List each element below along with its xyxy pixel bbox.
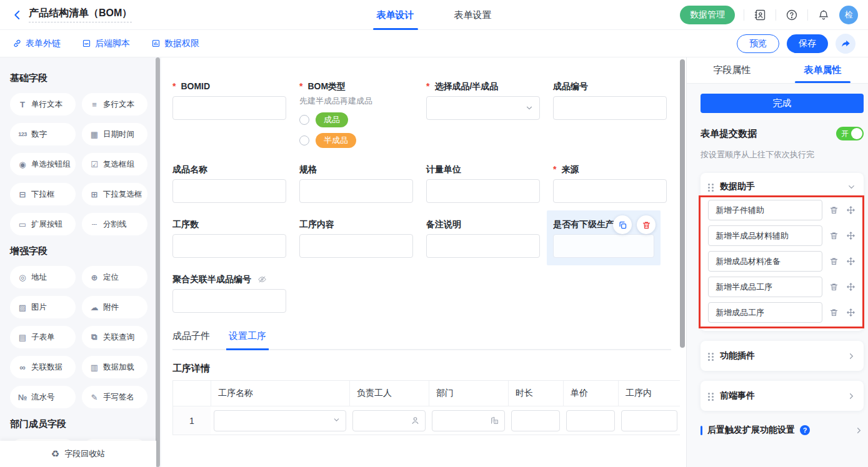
contacts-icon[interactable] bbox=[753, 8, 767, 22]
process-name-select[interactable] bbox=[214, 410, 346, 431]
drag-handle-icon[interactable] bbox=[708, 392, 714, 400]
data-helper-item-field[interactable]: 新增半成品材料辅助 bbox=[708, 225, 822, 246]
product-name-input[interactable] bbox=[172, 179, 286, 203]
process-count-input[interactable] bbox=[172, 234, 286, 258]
data-helper-item-field[interactable]: 新增成品工序 bbox=[708, 302, 822, 323]
field-pill-datetime[interactable]: ▦日期时间 bbox=[82, 123, 147, 145]
product-no-input[interactable] bbox=[553, 96, 667, 120]
field-bom-type[interactable]: BOM类型 先建半成品再建成品 成品 半成品 bbox=[299, 80, 413, 148]
process-content-cell-input[interactable] bbox=[621, 410, 677, 431]
share-button[interactable] bbox=[836, 34, 856, 54]
field-pill-address[interactable]: ◎地址 bbox=[10, 266, 76, 288]
field-bomid[interactable]: BOMID bbox=[172, 80, 286, 120]
field-pill-serial-number[interactable]: №流水号 bbox=[10, 386, 76, 408]
select-product-dropdown[interactable] bbox=[426, 96, 540, 120]
data-helper-header[interactable]: 数据助手 bbox=[708, 181, 856, 192]
canvas-scrollbar[interactable] bbox=[680, 59, 685, 348]
data-manage-button[interactable]: 数据管理 bbox=[680, 6, 735, 24]
department-picker-input[interactable] bbox=[432, 410, 505, 431]
data-helper-item-field[interactable]: 新增成品材料准备 bbox=[708, 251, 822, 272]
delete-helper-icon[interactable] bbox=[828, 256, 839, 267]
field-pill-multi-line-text[interactable]: ≡多行文本 bbox=[82, 93, 147, 116]
process-content-input[interactable] bbox=[299, 234, 413, 258]
field-pill-relation-data[interactable]: ∞关联数据 bbox=[10, 356, 76, 378]
field-source[interactable]: 来源 bbox=[553, 163, 667, 203]
data-helper-item-field[interactable]: 新增半成品工序 bbox=[708, 277, 822, 297]
tab-form-properties[interactable]: 表单属性 bbox=[777, 57, 868, 83]
help-question-icon[interactable]: ? bbox=[800, 425, 810, 435]
submit-data-toggle[interactable]: 开 bbox=[836, 127, 864, 140]
field-pill-number[interactable]: 123数字 bbox=[10, 123, 76, 145]
field-pill-select[interactable]: ⊟下拉框 bbox=[10, 183, 76, 205]
plugin-section-card[interactable]: 功能插件 bbox=[701, 341, 864, 371]
radio-finished[interactable] bbox=[299, 115, 309, 125]
copy-field-button[interactable] bbox=[613, 215, 632, 234]
preview-button[interactable]: 预览 bbox=[737, 34, 779, 53]
spec-input[interactable] bbox=[299, 179, 413, 203]
field-pill-subform[interactable]: ▤子表单 bbox=[10, 326, 76, 348]
delete-helper-icon[interactable] bbox=[828, 307, 839, 318]
move-helper-icon[interactable] bbox=[845, 282, 856, 293]
field-process-content[interactable]: 工序内容 bbox=[299, 218, 413, 258]
drag-handle-icon[interactable] bbox=[708, 183, 714, 191]
field-has-sub-plan-selected[interactable]: 是否有下级生产计 bbox=[547, 210, 661, 265]
field-unit[interactable]: 计量单位 bbox=[426, 163, 540, 203]
field-spec[interactable]: 规格 bbox=[299, 163, 413, 203]
frontend-event-section-card[interactable]: 前端事件 bbox=[701, 381, 864, 411]
field-pill-single-line-text[interactable]: T单行文本 bbox=[10, 93, 76, 116]
radio-semi-finished[interactable] bbox=[299, 135, 309, 145]
field-pill-signature[interactable]: ✎手写签名 bbox=[82, 386, 147, 408]
data-permission-button[interactable]: 数据权限 bbox=[151, 38, 199, 49]
tab-set-process[interactable]: 设置工序 bbox=[229, 330, 266, 349]
field-process-count[interactable]: 工序数 bbox=[172, 218, 286, 258]
done-button[interactable]: 完成 bbox=[701, 94, 864, 113]
move-helper-icon[interactable] bbox=[845, 230, 856, 242]
field-pill-divider[interactable]: ┄分割线 bbox=[82, 213, 147, 235]
backend-script-button[interactable]: 后端脚本 bbox=[82, 38, 130, 49]
tab-product-children[interactable]: 成品子件 bbox=[172, 330, 210, 349]
field-pill-relation-query[interactable]: ⧉关联查询 bbox=[82, 326, 147, 348]
field-pill-data-load[interactable]: ▥数据加载 bbox=[82, 356, 147, 378]
field-pill-multi-select[interactable]: ⊞下拉复选框 bbox=[82, 183, 147, 205]
chevron-down-icon[interactable] bbox=[847, 182, 856, 192]
form-external-link-button[interactable]: 表单外链 bbox=[12, 38, 61, 49]
field-recycle-bin-button[interactable]: ♻ 字段回收站 bbox=[0, 441, 156, 467]
delete-helper-icon[interactable] bbox=[828, 282, 839, 293]
unit-input[interactable] bbox=[426, 179, 540, 203]
source-input[interactable] bbox=[553, 179, 667, 203]
save-button[interactable]: 保存 bbox=[787, 34, 828, 53]
field-pill-image[interactable]: ▨图片 bbox=[10, 296, 76, 318]
delete-field-button[interactable] bbox=[637, 215, 656, 234]
field-product-name[interactable]: 成品名称 bbox=[172, 163, 286, 203]
field-pill-checkbox-group[interactable]: ☑复选框组 bbox=[82, 153, 147, 175]
move-helper-icon[interactable] bbox=[845, 307, 856, 318]
unit-price-input[interactable] bbox=[566, 410, 615, 431]
notification-bell-icon[interactable] bbox=[817, 8, 831, 22]
move-helper-icon[interactable] bbox=[845, 256, 856, 267]
has-sub-plan-input[interactable] bbox=[553, 234, 654, 258]
field-select-product[interactable]: 选择成品/半成品 bbox=[426, 80, 540, 120]
back-icon[interactable] bbox=[10, 7, 25, 22]
field-pill-attachment[interactable]: ☁附件 bbox=[82, 296, 147, 318]
delete-helper-icon[interactable] bbox=[828, 205, 839, 216]
help-icon[interactable] bbox=[785, 8, 799, 22]
semi-finished-tag[interactable]: 半成品 bbox=[316, 133, 356, 148]
field-pill-location[interactable]: ⊕定位 bbox=[82, 266, 147, 288]
agg-semi-no-input[interactable] bbox=[172, 289, 286, 313]
field-pill-extend-button[interactable]: ▭扩展按钮 bbox=[10, 213, 76, 235]
move-helper-icon[interactable] bbox=[845, 205, 856, 216]
data-helper-item-field[interactable]: 新增子件辅助 bbox=[708, 200, 822, 220]
sidebar-scrollbar[interactable] bbox=[156, 57, 160, 467]
finished-tag[interactable]: 成品 bbox=[316, 112, 348, 127]
field-pill-radio-group[interactable]: ◉单选按钮组 bbox=[10, 153, 76, 175]
duration-input[interactable] bbox=[511, 410, 560, 431]
field-remark[interactable]: 备注说明 bbox=[426, 218, 540, 258]
remark-input[interactable] bbox=[426, 234, 540, 258]
worker-picker-input[interactable] bbox=[352, 410, 426, 431]
delete-helper-icon[interactable] bbox=[828, 230, 839, 242]
user-avatar[interactable]: 检 bbox=[839, 6, 858, 24]
bomid-input[interactable] bbox=[172, 96, 286, 120]
tab-field-properties[interactable]: 字段属性 bbox=[687, 57, 777, 83]
drag-handle-icon[interactable] bbox=[708, 352, 714, 360]
post-trigger-section[interactable]: 后置触发扩展功能设置 ? bbox=[701, 425, 864, 436]
